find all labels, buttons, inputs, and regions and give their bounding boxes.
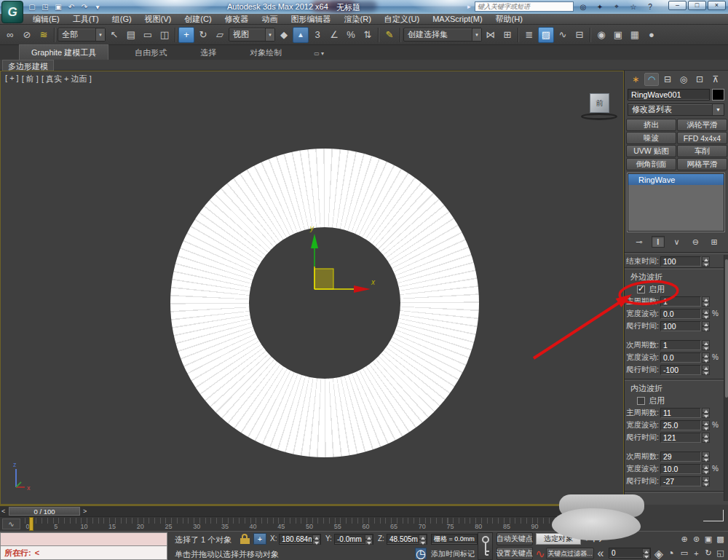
percent-snap-icon[interactable]: % [343, 27, 359, 43]
save-file-icon[interactable]: ▣ [52, 1, 64, 12]
toolbar-item[interactable] [175, 28, 176, 42]
new-file-icon[interactable]: ▢ [26, 1, 38, 12]
spinner[interactable] [702, 420, 710, 430]
param-field[interactable]: 121 [660, 433, 701, 443]
key-mode-icon[interactable]: ◈ [654, 548, 664, 559]
hierarchy-tab-icon[interactable]: ⊟ [660, 73, 675, 86]
named-selection-dropdown[interactable]: 全部 ▼ [58, 28, 106, 42]
param-field[interactable]: 25.0 [660, 420, 701, 430]
zoom-all-icon[interactable]: ⊛ [691, 532, 703, 546]
select-and-scale-icon[interactable]: ▱ [212, 27, 228, 43]
zoom-icon[interactable]: ⊕ [678, 532, 690, 546]
tab-graphite-modeling[interactable]: Graphite 建模工具 [19, 44, 108, 60]
menu-item[interactable]: 渲染(R) [338, 14, 378, 25]
y-coordinate-field[interactable]: -0.0mm [334, 534, 373, 545]
pivot-center-icon[interactable]: ◆ [276, 27, 292, 43]
menu-item[interactable]: 自定义(U) [378, 14, 426, 25]
scrollbar-thumb[interactable] [725, 259, 728, 398]
panel-scrollbar[interactable] [724, 255, 728, 501]
enable-checkbox[interactable] [637, 397, 645, 405]
remove-modifier-icon[interactable]: ⊖ [689, 236, 702, 248]
tab-selection[interactable]: 选择 [193, 45, 223, 60]
param-field[interactable]: 10.0 [660, 464, 701, 474]
select-and-rotate-icon[interactable]: ↻ [195, 27, 211, 43]
modifier-button[interactable]: FFD 4x4x4 [677, 132, 727, 144]
set-key-button[interactable]: 设置关键点 [496, 547, 533, 560]
time-config-icon[interactable]: ◔ [665, 548, 676, 559]
menu-item[interactable]: 修改器 [218, 14, 256, 25]
param-field[interactable]: 0.0 [660, 352, 701, 363]
zoom-extents-all-icon[interactable]: ▩ [715, 532, 727, 546]
auto-key-button[interactable]: 自动关键点 [496, 532, 533, 545]
menu-item[interactable]: 视图(V) [138, 14, 178, 25]
maxscript-listener-line[interactable]: 所在行: < [0, 546, 167, 560]
spinner[interactable] [702, 476, 710, 486]
zoom-region-icon[interactable]: ▭ [678, 546, 690, 560]
select-object-icon[interactable]: ↖ [106, 27, 122, 43]
maximize-button[interactable]: □ [688, 1, 706, 10]
menu-item[interactable]: 工具(T) [66, 14, 106, 25]
set-keys-button[interactable] [478, 532, 493, 560]
menu-item[interactable]: 动画 [256, 14, 285, 25]
menu-item[interactable]: 帮助(H) [489, 14, 529, 25]
absolute-mode-icon[interactable]: + [253, 533, 266, 545]
track-bar[interactable]: ∿ 051015202530354045505560657075808590 [0, 516, 624, 531]
modifier-list-dropdown[interactable]: 修改器列表 ▼ [628, 103, 724, 116]
toolbar-item[interactable] [400, 28, 401, 42]
ringwave-object[interactable] [170, 149, 479, 457]
view-cube-face[interactable]: 前 [590, 93, 609, 113]
mirror-icon[interactable]: ⋈ [483, 27, 499, 43]
param-field[interactable]: 1 [660, 340, 701, 350]
param-field[interactable]: -100 [660, 365, 701, 375]
display-tab-icon[interactable]: ⊡ [692, 73, 707, 86]
ribbon-minimize-icon[interactable]: ▭ ▾ [314, 50, 324, 60]
spinner[interactable] [365, 535, 373, 545]
minimize-button[interactable]: – [668, 1, 687, 10]
maximize-viewport-icon[interactable]: ◱ [715, 546, 727, 560]
motion-tab-icon[interactable]: ◎ [676, 73, 691, 86]
viewport-menu-general[interactable]: + [5, 74, 19, 84]
selection-region-icon[interactable]: ▭ [140, 27, 156, 43]
param-field[interactable]: 11 [660, 408, 701, 418]
bind-spacewarp-icon[interactable]: ≋ [36, 27, 52, 43]
spinner[interactable] [702, 365, 710, 375]
orbit-icon[interactable]: ↻ [703, 546, 714, 560]
object-name-field[interactable]: RingWave001 [628, 89, 710, 100]
key-filters-button[interactable]: 关键点过滤器... [546, 548, 594, 559]
angle-snap-icon[interactable]: ∠ [326, 27, 342, 43]
modifier-button[interactable]: 涡轮平滑 [677, 119, 727, 131]
next-frame-button[interactable]: > [83, 508, 87, 515]
ref-coord-dropdown[interactable]: 视图 ▼ [229, 28, 275, 42]
param-field[interactable]: 1 [660, 296, 701, 307]
select-and-manipulate-icon[interactable]: ▲ [293, 27, 309, 43]
param-field[interactable]: 100 [660, 321, 701, 331]
spinner[interactable] [312, 535, 320, 545]
spinner[interactable] [642, 548, 650, 559]
param-field[interactable]: 29 [660, 451, 701, 462]
modifier-button[interactable]: UVW 贴图 [626, 145, 676, 157]
front-viewport[interactable]: + 前 真实 + 边面 前 [0, 71, 624, 505]
undo-icon[interactable]: ↶ [66, 1, 77, 12]
maxscript-mini-listener[interactable] [0, 532, 167, 546]
time-slider-marker[interactable] [29, 517, 33, 531]
spinner[interactable] [702, 321, 710, 331]
tab-freeform[interactable]: 自由形式 [127, 45, 174, 60]
enable-checkbox[interactable] [637, 285, 645, 293]
menu-item[interactable]: 创建(C) [178, 14, 218, 25]
spinner[interactable] [702, 340, 710, 350]
z-coordinate-field[interactable]: 48.505mm [387, 534, 427, 545]
create-tab-icon[interactable]: ∗ [628, 73, 643, 86]
favorites-icon[interactable]: ☆ [628, 1, 638, 12]
object-color-swatch[interactable] [712, 89, 724, 100]
pan-icon[interactable]: + [691, 546, 703, 560]
snap-3d-icon[interactable]: 3 [309, 27, 325, 43]
search-icon[interactable]: ◎ [578, 1, 588, 12]
keyboard-override-icon[interactable]: ✎ [381, 27, 397, 43]
spinner[interactable] [419, 535, 427, 545]
configure-modifier-sets-icon[interactable]: ⊞ [708, 236, 721, 248]
layer-manager-icon[interactable]: ≣ [521, 27, 537, 43]
qat-menu-icon[interactable]: ▾ [92, 1, 103, 12]
modify-tab-icon[interactable]: ◠ [644, 73, 659, 86]
view-cube[interactable]: 前 [580, 93, 620, 125]
toolbar-item[interactable] [590, 28, 591, 42]
